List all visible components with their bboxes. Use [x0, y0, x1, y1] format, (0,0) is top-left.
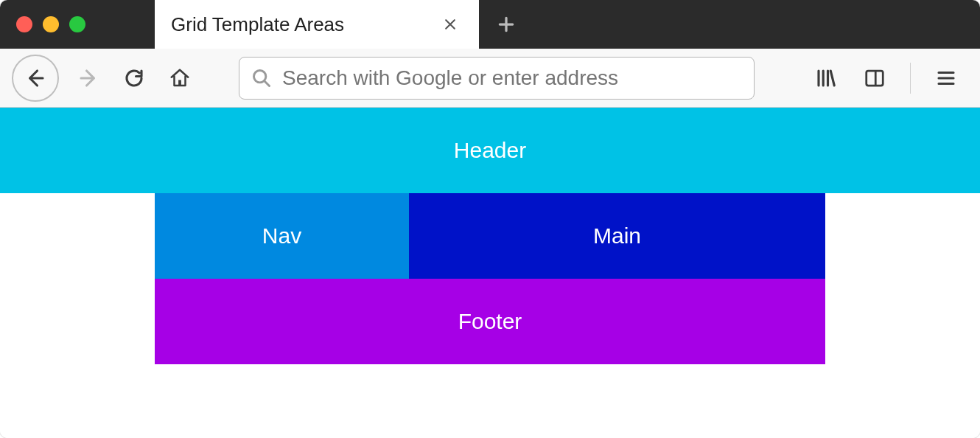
svg-rect-0 — [178, 80, 181, 86]
toolbar-right — [810, 62, 968, 94]
maximize-window-button[interactable] — [69, 16, 85, 32]
back-button[interactable] — [12, 55, 59, 102]
search-icon — [251, 68, 272, 88]
search-input[interactable] — [282, 66, 742, 90]
library-button[interactable] — [810, 62, 842, 94]
plus-icon — [497, 15, 516, 34]
close-icon — [443, 17, 458, 32]
toolbar — [0, 49, 980, 108]
viewport: Header Nav Main Footer — [0, 108, 980, 438]
tab-title: Grid Template Areas — [171, 13, 344, 36]
close-window-button[interactable] — [16, 16, 32, 32]
close-tab-button[interactable] — [438, 12, 463, 37]
grid-area-nav: Nav — [155, 193, 409, 279]
reload-button[interactable] — [118, 62, 150, 94]
sidebar-icon — [864, 67, 886, 89]
titlebar: Grid Template Areas — [0, 0, 980, 49]
library-icon — [815, 67, 837, 89]
grid-demo: Header Nav Main Footer — [0, 108, 980, 364]
browser-window: Grid Template Areas — [0, 0, 980, 438]
header-label: Header — [454, 138, 526, 163]
nav-label: Nav — [262, 223, 301, 248]
tab-active[interactable]: Grid Template Areas — [155, 0, 479, 49]
address-bar[interactable] — [239, 57, 755, 100]
home-icon — [169, 67, 191, 89]
sidebar-button[interactable] — [858, 62, 891, 94]
arrow-left-icon — [24, 67, 46, 89]
main-label: Main — [593, 223, 641, 248]
menu-button[interactable] — [930, 62, 962, 94]
reload-icon — [123, 67, 145, 89]
minimize-window-button[interactable] — [43, 16, 59, 32]
grid-area-main: Main — [409, 193, 825, 279]
window-controls — [0, 0, 155, 49]
home-button[interactable] — [164, 62, 196, 94]
grid-area-footer: Footer — [155, 279, 825, 364]
tabstrip: Grid Template Areas — [155, 0, 980, 49]
arrow-right-icon — [77, 67, 99, 89]
footer-label: Footer — [458, 309, 522, 334]
forward-button[interactable] — [72, 62, 105, 94]
new-tab-button[interactable] — [479, 0, 533, 49]
hamburger-icon — [935, 67, 957, 89]
grid-area-header: Header — [0, 108, 980, 193]
toolbar-divider — [910, 63, 911, 94]
